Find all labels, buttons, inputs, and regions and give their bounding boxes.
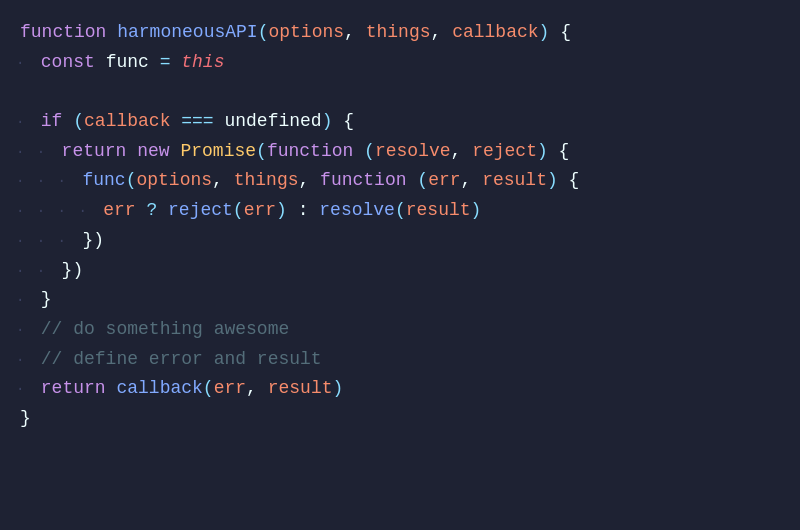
brace-open: { <box>548 137 570 167</box>
param-result: result <box>482 166 547 196</box>
keyword-if: if <box>41 107 73 137</box>
indent-dots: · · <box>16 141 58 164</box>
keyword-function3: function <box>320 166 417 196</box>
keyword-return2: return <box>41 374 117 404</box>
arg-result: result <box>406 196 471 226</box>
fn-callback: callback <box>116 374 202 404</box>
paren-open: ( <box>233 196 244 226</box>
paren-close: ) <box>333 374 344 404</box>
code-line-8: · · · }) <box>16 226 790 256</box>
op-eq: = <box>160 48 182 78</box>
func-call: func <box>82 166 125 196</box>
comma: , <box>246 374 268 404</box>
param-options2: options <box>136 166 212 196</box>
paren-close: ) <box>276 196 287 226</box>
code-line-14: } <box>16 404 790 434</box>
comment-2: // define error and result <box>41 345 322 375</box>
param-things: things <box>366 18 431 48</box>
code-line-2: · const func = this <box>16 48 790 78</box>
cb-var: callback <box>84 107 181 137</box>
fn-reject: reject <box>168 196 233 226</box>
comma2: , <box>431 18 453 48</box>
comma: , <box>212 166 234 196</box>
indent-dots: · · · · <box>16 200 99 223</box>
code-line-4: · if (callback === undefined) { <box>16 107 790 137</box>
ternary-q: ? <box>146 196 168 226</box>
code-line-10: · } <box>16 285 790 315</box>
indent-dots: · <box>16 111 37 134</box>
brace-open: { <box>549 18 571 48</box>
brace-open: { <box>333 107 355 137</box>
close-brace-paren2: }) <box>62 256 84 286</box>
keyword-new: new <box>137 137 180 167</box>
indent-dots: · <box>16 349 37 372</box>
paren-open: ( <box>73 107 84 137</box>
param-options: options <box>268 18 344 48</box>
keyword-const: const <box>41 48 106 78</box>
indent-dots: · <box>16 52 37 75</box>
comma: , <box>451 137 473 167</box>
paren-close: ) <box>547 166 558 196</box>
code-line-5: · · return new Promise(function (resolve… <box>16 137 790 167</box>
undefined-val: undefined <box>214 107 322 137</box>
arg-result2: result <box>268 374 333 404</box>
code-line-9: · · }) <box>16 256 790 286</box>
close-brace-paren: }) <box>82 226 104 256</box>
paren-close: ) <box>322 107 333 137</box>
keyword-return: return <box>62 137 138 167</box>
paren-close: ) <box>471 196 482 226</box>
keyword-function2: function <box>267 137 364 167</box>
code-line-6: · · · func(options, things, function (er… <box>16 166 790 196</box>
class-promise: Promise <box>180 137 256 167</box>
indent-dots: · · · <box>16 230 78 253</box>
comma: , <box>299 166 321 196</box>
comma1: , <box>344 18 366 48</box>
arg-err2: err <box>214 374 246 404</box>
code-editor: function harmoneousAPI(options, things, … <box>0 0 800 452</box>
indent-dots: · · <box>16 260 58 283</box>
indent-dots: · · · <box>16 170 78 193</box>
paren-open: ( <box>395 196 406 226</box>
param-callback: callback <box>452 18 538 48</box>
code-line-7: · · · · err ? reject(err) : resolve(resu… <box>16 196 790 226</box>
keyword-function: function <box>20 18 117 48</box>
var-func: func <box>106 48 160 78</box>
brace-open: { <box>558 166 580 196</box>
final-brace: } <box>20 404 31 434</box>
paren-open: ( <box>256 137 267 167</box>
param-things2: things <box>234 166 299 196</box>
paren-open: ( <box>258 18 269 48</box>
code-line-11: · // do something awesome <box>16 315 790 345</box>
param-reject: reject <box>472 137 537 167</box>
paren-open: ( <box>203 374 214 404</box>
var-err: err <box>103 196 146 226</box>
param-resolve: resolve <box>375 137 451 167</box>
indent-dots: · <box>16 378 37 401</box>
code-line-12: · // define error and result <box>16 345 790 375</box>
indent-dots: · <box>16 319 37 342</box>
code-line-1: function harmoneousAPI(options, things, … <box>16 18 790 48</box>
indent-dots: · <box>16 289 37 312</box>
close-brace: } <box>41 285 52 315</box>
paren-open: ( <box>126 166 137 196</box>
paren-close: ) <box>537 137 548 167</box>
code-line-13: · return callback(err, result) <box>16 374 790 404</box>
ternary-colon: : <box>287 196 319 226</box>
paren-open2: ( <box>417 166 428 196</box>
code-line-3 <box>16 77 790 107</box>
param-err: err <box>428 166 460 196</box>
fn-resolve: resolve <box>319 196 395 226</box>
comment-1: // do something awesome <box>41 315 289 345</box>
function-name: harmoneousAPI <box>117 18 257 48</box>
paren-close: ) <box>539 18 550 48</box>
keyword-this: this <box>181 48 224 78</box>
paren-open2: ( <box>364 137 375 167</box>
arg-err: err <box>244 196 276 226</box>
comma: , <box>461 166 483 196</box>
triple-eq: === <box>181 107 213 137</box>
